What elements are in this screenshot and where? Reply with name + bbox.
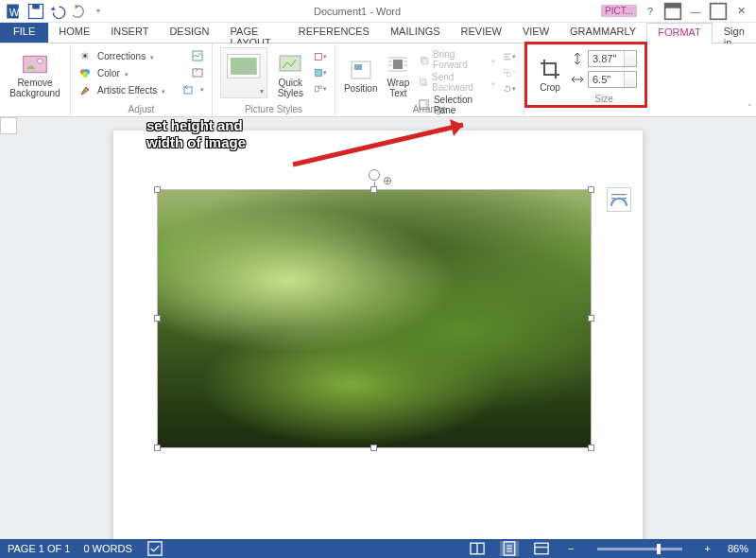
bring-forward-icon [418, 53, 430, 66]
group-remove-background: Remove Background [0, 44, 71, 116]
quick-styles-button[interactable]: Quick Styles [273, 47, 308, 104]
print-layout-icon[interactable] [500, 541, 519, 556]
zoom-in-button[interactable]: + [701, 543, 714, 554]
tab-view[interactable]: VIEW [512, 23, 559, 43]
status-bar: PAGE 1 OF 1 0 WORDS − + 86% [0, 539, 756, 558]
tab-insert[interactable]: INSERT [100, 23, 159, 43]
ruler-tab-selector[interactable] [0, 117, 17, 134]
document-area: set height and width of image ⊕ [0, 117, 756, 539]
rotate-icon[interactable]: ▾ [503, 82, 516, 96]
svg-text:W: W [9, 7, 20, 18]
undo-icon[interactable] [47, 2, 66, 21]
group-size: Crop 3.87"▲▼ 6.5"▲▼ Size [524, 44, 647, 116]
send-backward-icon [418, 76, 429, 89]
svg-rect-21 [319, 86, 322, 88]
close-icon[interactable]: ✕ [731, 3, 750, 20]
group-adjust: ☀Corrections Color Artistic Effects ▾ Ad… [71, 44, 213, 116]
position-button[interactable]: Position [343, 47, 378, 104]
annotation-text: set height and width of image [146, 117, 246, 151]
svg-rect-5 [665, 3, 681, 8]
ribbon: Remove Background ☀Corrections Color Art… [0, 44, 756, 117]
read-mode-icon[interactable] [468, 541, 487, 556]
svg-rect-23 [354, 64, 362, 70]
group-arrange: Position Wrap Text Bring Forward Send Ba… [335, 44, 524, 116]
svg-rect-35 [148, 542, 162, 555]
compress-icon[interactable] [191, 49, 204, 62]
zoom-slider[interactable] [597, 548, 682, 550]
zoom-out-button[interactable]: − [564, 543, 577, 554]
tab-mailings[interactable]: MAILINGS [380, 23, 451, 43]
resize-handle-tl[interactable] [154, 186, 161, 193]
picture-styles-gallery[interactable] [220, 47, 267, 98]
tab-grammarly[interactable]: GRAMMARLY [559, 23, 646, 43]
svg-point-12 [82, 72, 88, 78]
svg-rect-6 [711, 3, 727, 19]
qat-dropdown-icon[interactable]: ▾ [89, 2, 108, 21]
bring-forward-button: Bring Forward [418, 49, 495, 70]
context-tab-label: PICT... [601, 5, 637, 17]
resize-handle-tr[interactable] [588, 186, 594, 193]
anchor-icon: ⊕ [383, 174, 392, 187]
zoom-level[interactable]: 86% [728, 543, 748, 554]
group-label-adjust: Adjust [71, 104, 212, 114]
picture-layout-icon[interactable]: ▾ [314, 82, 327, 96]
tab-design[interactable]: DESIGN [159, 23, 219, 43]
svg-rect-31 [504, 69, 507, 73]
artistic-effects-button[interactable]: Artistic Effects [97, 85, 165, 96]
align-icon[interactable]: ▾ [503, 50, 516, 63]
height-icon [571, 52, 584, 65]
reset-picture-icon[interactable] [181, 83, 195, 96]
svg-rect-7 [24, 56, 47, 73]
remove-background-button[interactable]: Remove Background [8, 47, 62, 104]
resize-handle-tm[interactable] [370, 186, 377, 193]
document-page[interactable]: ⊕ [113, 131, 643, 539]
group-label-size: Size [571, 94, 637, 104]
picture-effects-icon[interactable]: ▾ [314, 66, 327, 79]
status-page[interactable]: PAGE 1 OF 1 [8, 543, 70, 554]
picture-border-icon[interactable]: ▾ [314, 50, 327, 63]
svg-rect-32 [507, 72, 510, 76]
proofing-icon[interactable] [146, 541, 164, 556]
corrections-icon: ☀ [78, 49, 92, 62]
group-label-arrange: Arrange [335, 104, 524, 114]
help-icon[interactable]: ? [641, 3, 660, 20]
title-bar: W ▾ Document1 - Word PICT... ? — ✕ [0, 0, 756, 23]
change-picture-icon[interactable] [191, 66, 204, 79]
svg-rect-3 [32, 4, 40, 9]
selected-image[interactable] [157, 189, 592, 448]
svg-rect-17 [280, 56, 301, 71]
ribbon-display-icon[interactable] [663, 3, 682, 20]
tab-file[interactable]: FILE [0, 23, 48, 43]
minimize-icon[interactable]: — [686, 3, 705, 20]
crop-button[interactable]: Crop [533, 46, 567, 103]
word-app-icon[interactable]: W [6, 2, 25, 21]
tab-home[interactable]: HOME [48, 23, 100, 43]
svg-rect-16 [231, 58, 257, 75]
resize-handle-mr[interactable] [588, 315, 594, 322]
send-backward-button: Send Backward [418, 72, 495, 93]
resize-handle-bm[interactable] [370, 445, 377, 451]
resize-handle-ml[interactable] [154, 315, 161, 322]
group-label-picture-styles: Picture Styles [213, 104, 335, 114]
resize-handle-bl[interactable] [154, 445, 161, 451]
color-button[interactable]: Color [97, 68, 129, 78]
tab-references[interactable]: REFERENCES [288, 23, 380, 43]
artistic-effects-icon [78, 83, 92, 96]
web-layout-icon[interactable] [532, 541, 551, 556]
layout-options-button[interactable] [607, 187, 631, 212]
wrap-text-button[interactable]: Wrap Text [382, 47, 414, 104]
corrections-button[interactable]: Corrections [97, 51, 154, 61]
tab-page-layout[interactable]: PAGE LAYOUT [220, 23, 288, 43]
sign-in-link[interactable]: Sign in [713, 23, 756, 43]
height-input[interactable]: 3.87"▲▼ [588, 50, 637, 67]
width-input[interactable]: 6.5"▲▼ [588, 71, 637, 88]
collapse-ribbon-icon[interactable]: ˄ [747, 103, 752, 113]
redo-icon[interactable] [68, 2, 87, 21]
save-icon[interactable] [26, 2, 45, 21]
tab-format[interactable]: FORMAT [646, 23, 713, 44]
status-words[interactable]: 0 WORDS [83, 543, 131, 554]
resize-handle-br[interactable] [588, 445, 594, 451]
maximize-icon[interactable] [709, 3, 728, 20]
tab-review[interactable]: REVIEW [451, 23, 512, 43]
width-icon [571, 73, 584, 86]
